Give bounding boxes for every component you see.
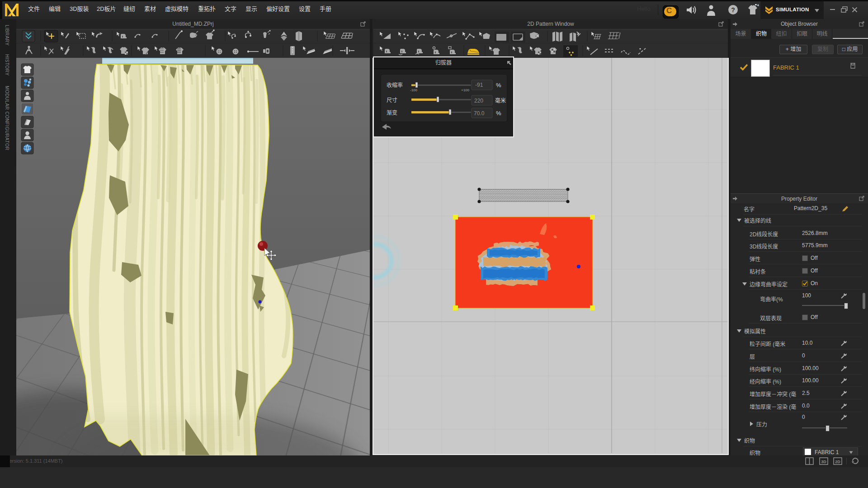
svg-text:2D: 2D [835,460,840,464]
svg-text:收缩率: 收缩率 [387,82,403,89]
svg-text:70.0: 70.0 [474,110,485,117]
svg-text:220: 220 [474,98,483,104]
svg-text:尺寸: 尺寸 [387,97,397,103]
svg-text:?: ? [731,6,735,14]
svg-text:%: % [496,82,501,89]
svg-text:毫米: 毫米 [495,97,506,104]
svg-text:+: + [757,4,759,8]
svg-text:3D: 3D [821,460,826,464]
svg-text:-91: -91 [475,82,483,88]
svg-text:%: % [496,110,501,117]
svg-text:渐变: 渐变 [387,109,397,116]
svg-text:-100: -100 [410,88,418,92]
svg-text:+100: +100 [461,88,470,92]
